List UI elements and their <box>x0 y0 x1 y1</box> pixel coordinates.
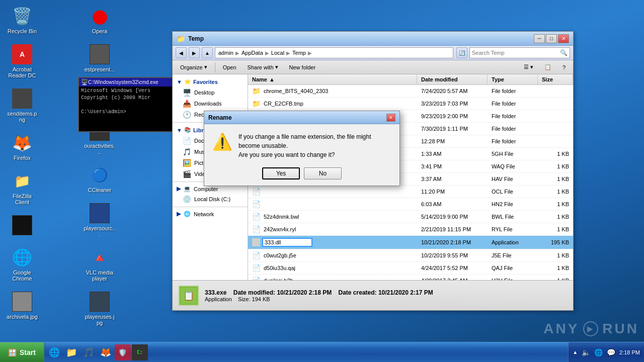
file-name-cr-e2cfb[interactable]: 📁 CR_E2CFB.tmp <box>248 99 417 109</box>
desktop-icon-chrome[interactable]: 🌐 Google Chrome <box>4 245 40 284</box>
desktop-icon-estpresent[interactable]: estpresent... <box>82 42 118 74</box>
warning-text: If you change a file name extension, the… <box>238 132 391 150</box>
tray-chat-icon[interactable]: 💬 <box>607 348 615 356</box>
file-row-chrome-bits[interactable]: 📁 chrome_BITS_4040_2303 7/24/2020 5:57 A… <box>248 85 573 98</box>
minimize-button[interactable]: ─ <box>534 34 545 43</box>
desktop-icon-ccleaner[interactable]: 🔵 CCleaner <box>82 163 118 195</box>
search-icon[interactable]: 🔍 <box>560 49 568 56</box>
file-name-bwl[interactable]: 📄 52z4dnmk.bwl <box>248 212 417 222</box>
open-button[interactable]: Open <box>218 62 241 72</box>
column-header-name[interactable]: Name ▲ <box>248 74 417 84</box>
file-row-333dll[interactable]: 10/21/2020 2:18 PM Application 195 KB <box>248 236 573 249</box>
close-button[interactable]: ✕ <box>558 34 569 43</box>
sidebar-item-desktop[interactable]: 🖥️ Desktop <box>173 87 248 98</box>
recent-places-icon: 🕐 <box>183 111 191 119</box>
desktop-icon-playersource[interactable]: playersourc... <box>82 201 118 239</box>
status-bar: 📋 333.exe Date modified: 10/21/2020 2:18… <box>173 280 573 310</box>
breadcrumb-temp[interactable]: Temp <box>292 50 306 56</box>
status-date-created-label: Date created: <box>339 289 377 296</box>
rename-input[interactable] <box>262 238 312 247</box>
desktop-icon-black1[interactable] <box>4 213 40 239</box>
file-row-j5e[interactable]: 📄 c0wut2gb.j5e 10/2/2019 9:55 PM J5E Fil… <box>248 249 573 262</box>
yes-button[interactable]: Yes <box>262 167 300 179</box>
file-row-ryl[interactable]: 📄 242wxn4x.ryl 2/21/2019 11:15 PM RYL Fi… <box>248 223 573 236</box>
share-with-label: Share with <box>248 64 274 70</box>
file-name-chrome-bits[interactable]: 📁 chrome_BITS_4040_2303 <box>248 86 417 96</box>
file-name-h2h[interactable]: 📄 duqjlnsj.h2h <box>248 276 417 280</box>
file-name-j5e[interactable]: 📄 c0wut2gb.j5e <box>248 250 417 260</box>
cmd-content: Microsoft Windows [Vers Copyright (c) 20… <box>79 86 175 117</box>
up-button[interactable]: ▲ <box>202 47 213 58</box>
playeruses-icon <box>90 292 110 312</box>
dialog-close-button[interactable]: ✕ <box>386 114 395 122</box>
forward-button[interactable]: ▶ <box>189 47 200 58</box>
cmd-title-icon: 🖥️ <box>81 79 88 85</box>
file-row-bwl[interactable]: 📄 52z4dnmk.bwl 5/14/2019 9:00 PM BWL Fil… <box>248 211 573 223</box>
file-size-low <box>538 115 573 117</box>
refresh-button[interactable]: 🔄 <box>456 47 467 58</box>
sidebar-item-downloads[interactable]: 📥 Downloads <box>173 98 248 109</box>
column-header-type[interactable]: Type <box>488 74 538 84</box>
file-row-cr-e2cfb[interactable]: 📁 CR_E2CFB.tmp 3/23/2019 7:03 PM File fo… <box>248 98 573 110</box>
start-button[interactable]: 🪟 Start <box>0 342 44 362</box>
size-col-label: Size <box>542 76 553 82</box>
playersource-label: playersourc... <box>84 225 116 237</box>
file-name-ryl[interactable]: 📄 242wxn4x.ryl <box>248 224 417 234</box>
desktop-icon-playeruses[interactable]: playeruses.jpg <box>82 290 118 328</box>
address-path[interactable]: admin ▶ AppData ▶ Local ▶ Temp ▶ <box>215 47 453 58</box>
breadcrumb-local[interactable]: Local <box>271 50 284 56</box>
view-button[interactable]: ☰ ▾ <box>519 62 538 72</box>
file-name-qaj[interactable]: 📄 d50iu33u.qaj <box>248 263 417 273</box>
sidebar-item-local-disk[interactable]: 💿 Local Disk (C:) <box>173 194 248 205</box>
taskbar-cmd-icon[interactable]: C: <box>132 344 148 360</box>
black-thumb-1 <box>12 215 32 235</box>
share-dropdown-icon: ▾ <box>275 64 278 70</box>
desktop-icon-filezilla[interactable]: 📁 FileZilla Client <box>4 169 40 207</box>
file-row-hn2[interactable]: 📄 6:03 AM HN2 File 1 KB <box>248 198 573 211</box>
sidebar-item-network[interactable]: ▶ 🌐 Network <box>173 209 248 219</box>
taskbar-folder-icon[interactable]: 📁 <box>63 344 79 360</box>
desktop-icon-senditems[interactable]: senditems.png <box>4 86 40 125</box>
taskbar-media-icon[interactable]: 🎵 <box>80 344 97 360</box>
breadcrumb-appdata[interactable]: AppData <box>242 50 263 56</box>
file-row-qaj[interactable]: 📄 d50iu33u.qaj 4/24/2017 5:52 PM QAJ Fil… <box>248 262 573 275</box>
desktop-icon-acrobat[interactable]: A Acrobat Reader DC <box>4 42 40 80</box>
maximize-button[interactable]: □ <box>546 34 557 43</box>
organize-button[interactable]: Organize ▾ <box>176 62 212 72</box>
file-row-ocl[interactable]: 📄 11:20 PM OCL File 1 KB <box>248 186 573 198</box>
favorites-header[interactable]: ▼ ⭐ Favorites <box>173 76 248 87</box>
tray-network-icon[interactable]: 🌐 <box>594 348 603 356</box>
tray-icon-up[interactable]: ▲ <box>573 349 578 355</box>
status-filename: 333.exe Date modified: 10/21/2020 2:18 P… <box>205 289 433 296</box>
taskbar-firefox-icon[interactable]: 🦊 <box>98 344 114 360</box>
file-name-hn2[interactable]: 📄 <box>248 199 417 209</box>
taskbar-security-icon[interactable]: 🛡️ <box>115 344 131 360</box>
file-name-ocl[interactable]: 📄 <box>248 187 417 197</box>
desktop-icon-firefox[interactable]: 🦊 Firefox <box>4 131 40 163</box>
back-button[interactable]: ◀ <box>176 47 187 58</box>
file-date-chrome-bits: 7/24/2020 5:57 AM <box>417 87 488 95</box>
desktop-icon-archivela[interactable]: archivela.jpg <box>4 290 40 322</box>
desktop-icon-vlc[interactable]: 🔺 VLC media player <box>82 245 118 284</box>
desktop-icon-recycle-bin[interactable]: 🗑️ Recycle Bin <box>4 4 40 36</box>
file-size-waq: 1 KB <box>538 162 573 170</box>
file-name-333dll[interactable] <box>248 237 417 248</box>
tray-volume-icon[interactable]: 🔈 <box>582 348 590 356</box>
file-row-h2h[interactable]: 📄 duqjlnsj.h2h 4/20/2017 3:45 AM H2H Fil… <box>248 275 573 280</box>
desktop-icon-opera[interactable]: ⬤ Opera <box>82 4 118 36</box>
search-input[interactable] <box>472 50 560 56</box>
share-with-button[interactable]: Share with ▾ <box>243 62 283 72</box>
preview-button[interactable]: 📋 <box>540 62 556 72</box>
network-collapse-icon: ▶ <box>177 211 181 217</box>
column-header-date[interactable]: Date modified <box>417 74 488 84</box>
file-list-header: Name ▲ Date modified Type Size <box>248 74 573 85</box>
new-folder-button[interactable]: New folder <box>285 62 320 72</box>
folder-icon-2: 📁 <box>252 100 261 108</box>
help-button[interactable]: ? <box>558 62 570 72</box>
breadcrumb-admin[interactable]: admin <box>218 50 233 56</box>
desktop-label: Desktop <box>194 89 214 96</box>
column-header-size[interactable]: Size <box>538 74 573 84</box>
taskbar-ie-icon[interactable]: 🌐 <box>46 344 62 360</box>
no-button[interactable]: No <box>304 167 342 179</box>
search-box[interactable]: 🔍 <box>469 47 570 58</box>
